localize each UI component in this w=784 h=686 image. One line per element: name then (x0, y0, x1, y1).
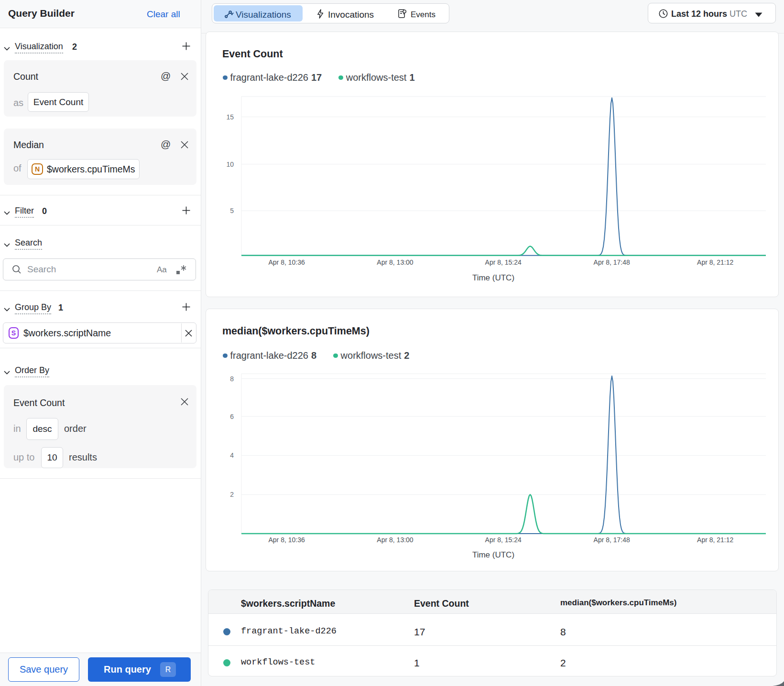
svg-text:Apr 8, 15:24: Apr 8, 15:24 (485, 258, 522, 266)
svg-text:Apr 8, 10:36: Apr 8, 10:36 (268, 536, 305, 544)
svg-text:Apr 8, 21:12: Apr 8, 21:12 (697, 258, 733, 266)
svg-text:Time (UTC): Time (UTC) (472, 550, 514, 559)
svg-text:2: 2 (230, 491, 234, 498)
svg-text:Apr 8, 21:12: Apr 8, 21:12 (697, 536, 733, 544)
svg-text:8: 8 (230, 375, 234, 383)
svg-text:Apr 8, 13:00: Apr 8, 13:00 (377, 258, 413, 266)
svg-text:4: 4 (230, 451, 234, 459)
svg-text:10: 10 (226, 161, 234, 168)
svg-text:Apr 8, 17:48: Apr 8, 17:48 (594, 536, 630, 544)
svg-text:15: 15 (226, 113, 234, 121)
svg-text:Apr 8, 15:24: Apr 8, 15:24 (485, 536, 522, 544)
svg-text:Apr 8, 10:36: Apr 8, 10:36 (268, 258, 305, 266)
svg-text:6: 6 (230, 413, 234, 420)
svg-text:Apr 8, 13:00: Apr 8, 13:00 (377, 536, 413, 544)
svg-text:Apr 8, 17:48: Apr 8, 17:48 (594, 258, 630, 266)
svg-text:Time (UTC): Time (UTC) (472, 273, 514, 282)
svg-text:5: 5 (230, 207, 234, 214)
